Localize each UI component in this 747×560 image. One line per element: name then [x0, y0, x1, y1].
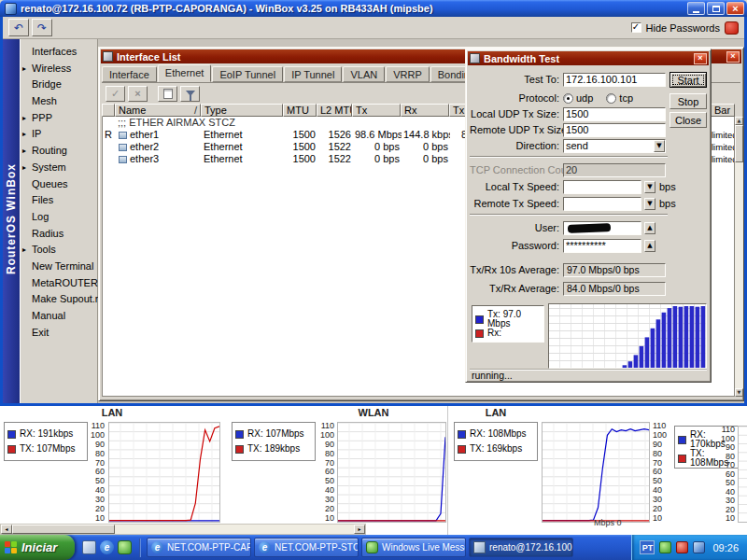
undo-button[interactable]: ↶	[8, 19, 29, 36]
hide-passwords-checkbox[interactable]: ✓	[631, 22, 641, 33]
close-test-button[interactable]: Close	[669, 112, 707, 128]
sidebar-item-new-terminal[interactable]: New Terminal	[20, 259, 97, 275]
scroll-right-icon[interactable]: ▸	[354, 525, 365, 534]
stop-button[interactable]: Stop	[669, 93, 707, 109]
sidebar-item-exit[interactable]: Exit	[20, 325, 97, 342]
sidebar-item-make-supout[interactable]: Make Supout.rif	[20, 291, 97, 308]
column-header-flags[interactable]	[102, 104, 115, 117]
protocol-radio-tcp[interactable]	[606, 93, 616, 104]
scroll-up-icon[interactable]: ▲	[735, 117, 743, 125]
winbox-icon	[473, 541, 486, 553]
submenu-arrow-icon: ▸	[22, 110, 26, 127]
bandwidth-test-close-button[interactable]: ×	[694, 53, 707, 64]
tab-vrrp[interactable]: VRRP	[386, 66, 430, 82]
local-tx-speed-input[interactable]	[563, 180, 641, 194]
task-button-messenger[interactable]: Windows Live Messen...	[361, 538, 466, 557]
sidebar-item-routing[interactable]: ▸Routing	[20, 143, 97, 160]
tab-ip-tunnel[interactable]: IP Tunnel	[284, 66, 342, 82]
password-input[interactable]	[563, 239, 641, 253]
tab-vlan[interactable]: VLAN	[343, 66, 385, 82]
graph-canvas	[738, 426, 747, 523]
sidebar-item-files[interactable]: Files	[20, 192, 97, 209]
column-header-mtu[interactable]: MTU	[283, 104, 317, 117]
scrollbar-thumb[interactable]	[12, 525, 115, 534]
sidebar-item-queues[interactable]: Queues	[20, 176, 97, 193]
chevron-down-icon[interactable]: ▼	[644, 198, 655, 210]
sidebar-item-wireless[interactable]: ▸Wireless	[20, 61, 97, 77]
screen: renato@172.16.100.72 (RB-PTP-CAPORANGA) …	[0, 0, 747, 560]
rx-legend-label: Rx:	[487, 329, 501, 338]
sidebar-item-metarouter[interactable]: MetaROUTER	[20, 275, 97, 292]
column-header-rx[interactable]: Rx	[401, 104, 449, 117]
ie-icon[interactable]: e	[100, 540, 114, 554]
sidebar-item-radius[interactable]: Radius	[20, 226, 97, 243]
flag-cell: R	[103, 129, 116, 141]
user-input[interactable]	[563, 221, 641, 235]
chevron-up-icon[interactable]: ▲	[644, 240, 655, 252]
rx-swatch	[678, 436, 686, 444]
security-tray-icon[interactable]	[676, 541, 688, 553]
sidebar-item-log[interactable]: Log	[20, 209, 97, 226]
scrollbar-thumb[interactable]	[735, 125, 743, 162]
network-tray-icon[interactable]	[693, 541, 705, 553]
enable-button[interactable]: ✓	[106, 86, 125, 102]
scroll-left-icon[interactable]: ◂	[1, 525, 12, 534]
window-titlebar[interactable]: renato@172.16.100.72 (RB-PTP-CAPORANGA) …	[0, 0, 747, 17]
tab-ethernet[interactable]: Ethernet	[158, 64, 212, 82]
chevron-down-icon[interactable]: ▼	[644, 181, 655, 193]
sidebar-item-ip[interactable]: ▸IP	[20, 126, 97, 143]
close-button[interactable]: ×	[726, 2, 744, 15]
vertical-scrollbar[interactable]: ▲ ▼	[735, 117, 743, 397]
filter-button[interactable]	[180, 86, 200, 102]
column-header-bar[interactable]: Bar	[711, 104, 735, 117]
disable-button[interactable]: ×	[128, 86, 148, 102]
redo-button[interactable]: ↷	[32, 19, 52, 36]
horizontal-scrollbar[interactable]: ◂ ▸	[0, 524, 366, 535]
show-desktop-icon[interactable]	[82, 540, 96, 554]
brand-strip: RouterOS WinBox	[3, 39, 20, 403]
sidebar-item-manual[interactable]: Manual	[20, 308, 97, 325]
sidebar-item-ppp[interactable]: ▸PPP	[20, 110, 97, 127]
interface-icon	[119, 144, 127, 151]
chevron-up-icon[interactable]: ▲	[644, 222, 655, 234]
tx-swatch	[475, 315, 484, 324]
test-to-input[interactable]	[563, 73, 666, 87]
tab-interface[interactable]: Interface	[102, 66, 157, 82]
messenger-tray-icon[interactable]	[659, 541, 671, 553]
maximize-button[interactable]	[707, 2, 725, 15]
column-header-type[interactable]: Type	[201, 104, 283, 117]
sidebar-item-tools[interactable]: ▸Tools	[20, 242, 97, 259]
language-indicator[interactable]: PT	[640, 540, 655, 554]
tab-eoip-tunnel[interactable]: EoIP Tunnel	[212, 66, 283, 82]
quick-launch: e	[82, 540, 132, 554]
tx-swatch	[458, 445, 466, 454]
sidebar-item-system[interactable]: ▸System	[20, 160, 97, 176]
name-cell: ether2	[130, 141, 159, 152]
remote-tx-speed-input[interactable]	[563, 197, 641, 211]
column-header-l2mtu[interactable]: L2 MTU	[317, 104, 352, 117]
column-header-name[interactable]: Name/	[115, 104, 201, 117]
minimize-button[interactable]	[687, 2, 705, 15]
protocol-radio-udp[interactable]	[563, 93, 573, 104]
column-header-tx[interactable]: Tx	[352, 104, 401, 117]
comment-text: ;;; ETHER AIRMAX STCZ	[116, 117, 237, 129]
direction-select[interactable]: send ▼	[563, 139, 666, 153]
sidebar-item-bridge[interactable]: Bridge	[20, 77, 97, 93]
scroll-down-icon[interactable]: ▼	[735, 388, 743, 397]
start-button[interactable]: Start	[669, 72, 707, 88]
submenu-arrow-icon: ▸	[22, 61, 26, 77]
sidebar-item-interfaces[interactable]: Interfaces	[20, 44, 97, 61]
interface-list-close-button[interactable]: ×	[726, 51, 740, 63]
local-udp-tx-size-input[interactable]	[563, 107, 666, 121]
task-button-stcz-page[interactable]: e NET.COM-PTP-STCZ-...	[254, 538, 359, 557]
taskbar-start-button[interactable]: Iniciar	[0, 535, 75, 560]
task-button-caporanga-page[interactable]: e NET.COM-PTP-CAPO...	[147, 538, 251, 557]
comment-button[interactable]	[158, 86, 177, 102]
messenger-icon[interactable]	[118, 540, 132, 554]
chevron-down-icon[interactable]: ▼	[654, 140, 665, 152]
task-button-winbox[interactable]: renato@172.16.100...	[469, 538, 573, 557]
sidebar-item-mesh[interactable]: Mesh	[20, 93, 97, 110]
remote-udp-tx-size-input[interactable]	[563, 123, 666, 137]
bandwidth-test-titlebar[interactable]: Bandwidth Test ×	[468, 51, 709, 65]
avg10-value: 97.0 Mbps/0 bps	[563, 263, 666, 277]
